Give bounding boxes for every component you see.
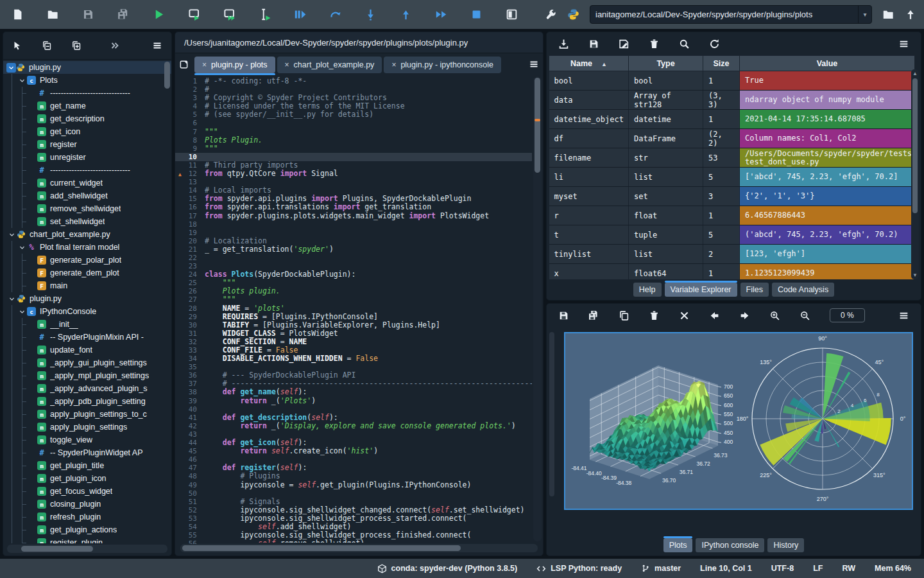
tree-item[interactable]: mget_plugin_actions [3, 523, 171, 536]
browse-tabs-button[interactable] [179, 60, 189, 69]
tree-item[interactable]: mrefresh_plugin [3, 511, 171, 523]
tree-item[interactable]: #-- SpyderPluginMixin API - [3, 331, 171, 344]
scrollbar-thumb[interactable] [21, 546, 93, 552]
line-number[interactable]: 50 [175, 489, 205, 498]
save-all-button[interactable] [117, 8, 130, 21]
editor-tab[interactable]: ×plugin.py - ipythonconsole [384, 57, 501, 73]
scrollbar-thumb[interactable] [535, 78, 540, 173]
step-over-button[interactable] [329, 8, 341, 21]
cell-value[interactable]: ndarray object of numpy module [740, 91, 915, 110]
cell-type[interactable]: str [629, 148, 703, 168]
line-number[interactable]: 39 [175, 397, 205, 405]
current-plot-figure[interactable]: -84.41-84.40-84.39-84.3836.7036.7136.723… [564, 332, 913, 510]
column-header-name[interactable]: Name▲ [549, 56, 629, 71]
line-number[interactable]: 47 [175, 464, 205, 472]
scrollbar-thumb[interactable] [182, 545, 461, 551]
tree-item[interactable]: Fmain [3, 279, 171, 292]
run-cell-button[interactable] [188, 8, 200, 21]
line-number[interactable]: 24 [175, 270, 205, 279]
cell-type[interactable]: datetime [629, 110, 703, 129]
tab-files[interactable]: Files [740, 283, 769, 297]
line-number[interactable]: 4 [175, 102, 205, 110]
tree-item[interactable]: Fgenerate_polar_plot [3, 254, 171, 267]
line-number[interactable]: 43 [175, 430, 205, 439]
cell-size[interactable]: 3 [703, 187, 740, 206]
tab-ipython-console[interactable]: IPython console [696, 538, 764, 552]
line-number[interactable]: 18 [175, 220, 205, 229]
tab-history[interactable]: History [767, 538, 804, 552]
line-number[interactable]: 22 [175, 254, 205, 262]
line-number[interactable]: 46 [175, 455, 205, 464]
table-row[interactable]: filenamestr53/Users/Documents/spyder/spy… [549, 148, 915, 168]
table-row[interactable]: dfDataFrame(2, 2)Column names: Col1, Col… [549, 129, 915, 148]
editor-options-menu-button[interactable] [529, 59, 539, 69]
line-number[interactable]: 48 [175, 472, 205, 480]
line-number[interactable]: 15 [175, 195, 205, 203]
editor-vertical-scrollbar[interactable] [533, 76, 542, 541]
line-number[interactable]: 49 [175, 481, 205, 489]
line-number[interactable]: 53 [175, 514, 205, 523]
line-number[interactable]: 7 [175, 128, 205, 136]
step-into-button[interactable] [364, 8, 377, 21]
open-file-button[interactable] [47, 8, 59, 21]
tree-item[interactable]: cIPythonConsole [3, 305, 171, 318]
save-w-button[interactable] [558, 310, 569, 321]
tree-item[interactable]: #------------------------------ [3, 87, 171, 100]
tree-item[interactable]: m__init__ [3, 318, 171, 331]
line-number[interactable]: 23 [175, 262, 205, 270]
code-area[interactable]: 123456789101112▲131415161718192021222324… [175, 75, 543, 543]
working-directory-combobox[interactable]: ianitagomez/Local/Dev-Spyder/spyder/spyd… [590, 5, 872, 24]
chevron-down-icon[interactable]: ▾ [858, 6, 871, 23]
table-row[interactable]: xfloat6411.1235123099439 [549, 264, 915, 280]
tree-item[interactable]: mget_plugin_title [3, 459, 171, 472]
line-number[interactable]: 31 [175, 329, 205, 338]
tree-item[interactable]: mcurrent_widget [3, 177, 171, 189]
line-number[interactable]: 51 [175, 498, 205, 506]
cell-type[interactable]: DataFrame [629, 129, 703, 148]
debug-button[interactable] [294, 8, 306, 21]
trash-button[interactable] [649, 310, 660, 321]
tree-item[interactable]: mget_plugin_icon [3, 472, 171, 485]
line-number[interactable]: 8 [175, 136, 205, 144]
tree-item[interactable]: mapply_plugin_settings [3, 421, 171, 434]
line-number[interactable]: 55 [175, 531, 205, 539]
stop-button[interactable] [470, 8, 483, 21]
table-row[interactable]: dataArray of str128(3, 3)ndarray object … [549, 91, 915, 110]
table-row[interactable]: rfloat16.46567886443 [549, 206, 915, 225]
line-number[interactable]: 14 [175, 186, 205, 195]
tree-item[interactable]: madd_shellwidget [3, 189, 171, 202]
editor-horizontal-scrollbar[interactable] [180, 544, 538, 552]
tree-item[interactable]: munregister [3, 151, 171, 164]
line-number[interactable]: 16 [175, 203, 205, 211]
tree-item[interactable]: mremove_shellwidget [3, 202, 171, 215]
run-selection-button[interactable] [259, 8, 271, 21]
tree-item[interactable]: m_apply_mpl_plugin_settings [3, 369, 171, 382]
run-cell-advance-button[interactable] [223, 8, 235, 21]
copy-button[interactable] [619, 310, 629, 321]
cell-name[interactable]: datetime_object [549, 110, 629, 129]
close-icon[interactable]: × [202, 60, 207, 69]
trash-button[interactable] [649, 39, 660, 49]
line-number[interactable]: 21 [175, 245, 205, 254]
conda-env-status[interactable]: conda: spyder-dev (Python 3.8.5) [377, 564, 518, 574]
scroll-down-arrow[interactable]: ▼ [911, 272, 919, 278]
cell-name[interactable]: x [549, 264, 629, 280]
save-all-w-button[interactable] [588, 310, 599, 321]
line-number[interactable]: 44 [175, 439, 205, 447]
options-menu-button[interactable] [898, 39, 909, 49]
tree-item[interactable]: mget_icon [3, 125, 171, 138]
save-button[interactable] [82, 8, 94, 21]
line-number[interactable]: 9 [175, 144, 205, 153]
cell-type[interactable]: float64 [629, 264, 703, 280]
line-number[interactable]: 54 [175, 523, 205, 531]
table-row[interactable]: tinylistlist2[123, 'efgh'] [549, 245, 915, 264]
git-branch-status[interactable]: master [641, 564, 681, 573]
tree-item[interactable]: mtoggle_view [3, 434, 171, 446]
tree-item[interactable]: cPlots [3, 74, 171, 87]
thumbnails-scrollbar[interactable] [549, 332, 554, 496]
cell-size[interactable]: (2, 2) [703, 129, 740, 148]
tree-item[interactable]: m_apply_pdb_plugin_setting [3, 395, 171, 408]
cell-value[interactable]: [123, 'efgh'] [740, 245, 915, 264]
cell-value[interactable]: True [740, 71, 915, 91]
tree-item[interactable]: mget_name [3, 100, 171, 112]
